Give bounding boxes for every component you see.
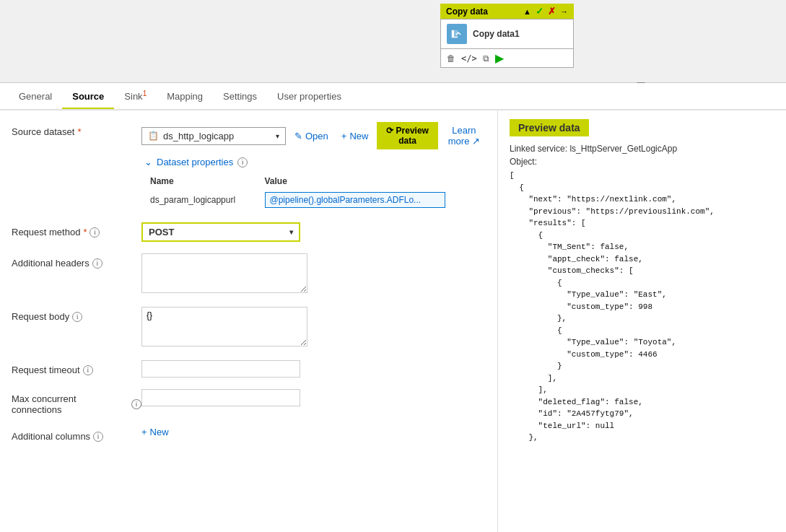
source-dataset-label: Source dataset* xyxy=(12,122,141,137)
node-body: Copy data1 xyxy=(440,19,574,49)
max-concurrent-input[interactable] xyxy=(141,389,300,406)
param-row: ds_param_logicappurl xyxy=(144,189,486,211)
request-body-info-icon: i xyxy=(72,312,82,322)
additional-columns-label: Additional columns i xyxy=(12,427,141,442)
additional-columns-row: Additional columns i + New xyxy=(12,427,486,442)
additional-headers-label: Additional headers i xyxy=(12,253,141,269)
additional-headers-controls xyxy=(141,253,486,295)
param-value-cell[interactable] xyxy=(259,189,486,211)
param-name-cell: ds_param_logicappurl xyxy=(144,189,259,211)
copy-icon[interactable]: ⧉ xyxy=(483,53,489,64)
max-concurrent-controls xyxy=(141,389,486,406)
additional-headers-info-icon: i xyxy=(92,258,102,269)
node-header-actions: ▲ ✓ ✗ → xyxy=(523,6,568,17)
learn-more-button[interactable]: Learn more ↗ xyxy=(442,125,486,147)
request-method-row: Request method* i POST ▾ xyxy=(12,222,486,242)
request-body-label: Request body i xyxy=(12,307,141,322)
source-dataset-controls: 📋 ds_http_logicapp ▾ ✎ Open + New ⟳ Prev… xyxy=(141,122,486,211)
max-concurrent-info-icon: i xyxy=(131,399,141,409)
props-table: Name Value ds_param_logicappurl xyxy=(144,173,486,211)
tab-mapping[interactable]: Mapping xyxy=(157,85,213,109)
pipeline-canvas: Copy data ▲ ✓ ✗ → Copy data1 🗑 </> ⧉ ▶ — xyxy=(0,0,786,83)
method-caret-icon: ▾ xyxy=(289,228,293,236)
request-body-row: Request body i {} xyxy=(12,307,486,349)
tabs-bar: General Source Sink1 Mapping Settings Us… xyxy=(0,83,786,110)
request-timeout-info-icon: i xyxy=(83,365,93,375)
copy-data-node[interactable]: Copy data ▲ ✓ ✗ → Copy data1 🗑 </> ⧉ ▶ xyxy=(440,4,574,68)
tab-source[interactable]: Source xyxy=(62,85,114,109)
request-body-input[interactable]: {} xyxy=(141,307,307,346)
canvas-divider: — xyxy=(637,76,647,87)
node-icon xyxy=(447,24,467,44)
value-column-header: Value xyxy=(259,173,486,189)
dataset-table-icon: 📋 xyxy=(148,131,159,141)
delete-icon[interactable]: 🗑 xyxy=(447,53,455,64)
chevron-down-icon: ⌄ xyxy=(144,157,152,167)
plus-icon: + xyxy=(341,131,347,141)
request-timeout-controls xyxy=(141,360,486,378)
node-toolbar[interactable]: 🗑 </> ⧉ ▶ xyxy=(440,49,574,68)
param-value-input[interactable] xyxy=(265,192,445,208)
source-dataset-select[interactable]: 📋 ds_http_logicapp ▾ xyxy=(141,127,286,145)
main-content: Source dataset* 📋 ds_http_logicapp ▾ ✎ O… xyxy=(0,110,786,532)
additional-headers-row: Additional headers i xyxy=(12,253,486,295)
open-button[interactable]: ✎ Open xyxy=(290,128,333,144)
request-timeout-row: Request timeout i xyxy=(12,360,486,378)
additional-headers-input[interactable] xyxy=(141,253,307,293)
tab-settings[interactable]: Settings xyxy=(213,85,267,109)
name-column-header: Name xyxy=(144,173,259,189)
dataset-caret-icon: ▾ xyxy=(276,132,279,140)
plus-new-icon: + xyxy=(141,427,147,437)
run-icon[interactable]: ▶ xyxy=(495,51,504,65)
preview-json: [ { "next": "https://nextlink.com", "pre… xyxy=(510,170,774,444)
code-icon[interactable]: </> xyxy=(461,53,477,64)
request-method-controls: POST ▾ xyxy=(141,222,486,242)
dataset-properties: ⌄ Dataset properties i Name Value xyxy=(141,157,486,211)
request-method-info-icon: i xyxy=(89,227,100,237)
request-body-controls: {} xyxy=(141,307,486,349)
pencil-icon: ✎ xyxy=(294,131,302,141)
request-timeout-label: Request timeout i xyxy=(12,360,141,375)
expand-dataset-props[interactable]: ⌄ Dataset properties i xyxy=(144,157,486,167)
info-icon: i xyxy=(237,157,248,167)
new-dataset-button[interactable]: + New xyxy=(337,128,373,144)
request-method-select[interactable]: POST ▾ xyxy=(141,222,300,242)
node-header: Copy data ▲ ✓ ✗ → xyxy=(440,4,574,19)
tab-general[interactable]: General xyxy=(9,85,62,109)
tab-sink[interactable]: Sink1 xyxy=(114,84,157,109)
tab-user-properties[interactable]: User properties xyxy=(267,85,351,109)
linked-service-meta: Linked service: ls_HttpServer_GetLogicAp… xyxy=(510,144,774,154)
additional-columns-info-icon: i xyxy=(93,432,103,442)
max-concurrent-label: Max concurrent connections i xyxy=(12,389,141,415)
left-panel: Source dataset* 📋 ds_http_logicapp ▾ ✎ O… xyxy=(0,110,498,532)
dataset-row: 📋 ds_http_logicapp ▾ ✎ Open + New ⟳ Prev… xyxy=(141,122,486,149)
object-meta: Object: xyxy=(510,157,774,167)
request-timeout-input[interactable] xyxy=(141,360,300,378)
source-dataset-row: Source dataset* 📋 ds_http_logicapp ▾ ✎ O… xyxy=(12,122,486,211)
add-new-column-button[interactable]: + New xyxy=(141,427,169,437)
right-panel: Preview data Linked service: ls_HttpServ… xyxy=(498,110,786,532)
max-concurrent-row: Max concurrent connections i xyxy=(12,389,486,415)
preview-data-title: Preview data xyxy=(510,119,589,136)
preview-data-button[interactable]: ⟳ Preview data xyxy=(377,122,437,149)
request-method-label: Request method* i xyxy=(12,222,141,237)
additional-columns-controls: + New xyxy=(141,427,486,437)
